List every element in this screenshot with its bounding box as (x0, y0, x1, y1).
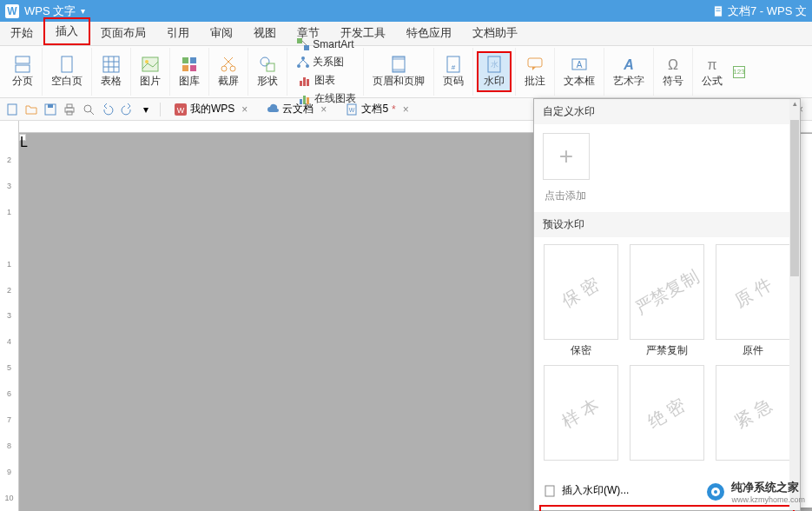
cloud-icon (267, 103, 279, 116)
svg-rect-3 (16, 56, 30, 63)
tab-insert[interactable]: 插入 (43, 17, 90, 45)
add-watermark-button[interactable]: + (543, 133, 590, 180)
brand-name: 纯净系统之家 (731, 480, 805, 495)
btn-symbol[interactable]: Ω 符号 (657, 53, 689, 90)
doctab-mywps[interactable]: W 我的WPS × (168, 102, 254, 116)
svg-rect-16 (190, 65, 196, 71)
btn-formula[interactable]: π 公式 (696, 53, 728, 90)
btn-relation[interactable]: 关系图 (293, 53, 357, 71)
btn-table[interactable]: 表格 (96, 53, 127, 90)
svg-marker-45 (532, 67, 536, 70)
panel-scrollbar[interactable]: ▴ (789, 99, 800, 510)
ruler-corner: L (19, 134, 26, 141)
image-icon (141, 55, 160, 74)
svg-point-27 (297, 64, 300, 68)
svg-point-28 (306, 64, 309, 68)
label: 批注 (525, 74, 545, 89)
ribbon: 分页 空白页 表格 图片 图库 截屏 形状 (0, 46, 812, 98)
svg-rect-31 (300, 81, 302, 86)
more-icon[interactable]: 123 (733, 66, 745, 78)
btn-header-footer[interactable]: 页眉和页脚 (367, 53, 430, 90)
tab-page-layout[interactable]: 页面布局 (90, 21, 156, 45)
label: 页码 (443, 74, 464, 89)
save-icon[interactable] (43, 103, 57, 116)
preset-yuanjian[interactable]: 原 件 原件 (714, 244, 793, 358)
print-preview-icon[interactable] (82, 103, 96, 116)
svg-text:A: A (577, 60, 583, 70)
dropdown-icon[interactable]: ▾ (139, 103, 153, 116)
open-icon[interactable] (24, 103, 38, 116)
btn-chart[interactable]: 图表 (294, 71, 360, 90)
btn-gallery[interactable]: 图库 (174, 53, 205, 90)
svg-rect-23 (297, 38, 302, 43)
symbol-icon: Ω (663, 55, 683, 74)
svg-text:Ω: Ω (668, 57, 678, 72)
btn-textbox[interactable]: A 文本框 (558, 53, 600, 90)
btn-smartart[interactable]: SmartArt (293, 36, 357, 53)
tab-review[interactable]: 审阅 (200, 21, 243, 45)
svg-rect-15 (182, 65, 188, 71)
btn-comment[interactable]: 批注 (519, 53, 551, 90)
btn-wordart[interactable]: A 艺术字 (608, 53, 650, 90)
svg-rect-13 (182, 57, 188, 63)
svg-point-57 (84, 105, 91, 112)
label: 表格 (101, 74, 122, 89)
close-icon[interactable]: × (403, 103, 409, 116)
svg-text:水: 水 (491, 60, 498, 69)
smartart-icon (296, 37, 310, 51)
label: 截屏 (218, 74, 239, 89)
comment-icon (525, 55, 545, 74)
tab-references[interactable]: 引用 (156, 21, 200, 45)
app-dropdown-icon[interactable]: ▾ (81, 6, 85, 16)
app-logo-icon: W (5, 4, 19, 18)
close-icon[interactable]: × (320, 103, 327, 116)
undo-icon[interactable] (101, 103, 115, 116)
scrollbar-thumb[interactable] (790, 120, 799, 276)
print-icon[interactable] (63, 103, 76, 116)
svg-rect-64 (545, 486, 554, 496)
svg-text:A: A (623, 57, 634, 72)
btn-blank-page[interactable]: 空白页 (46, 53, 88, 90)
btn-image[interactable]: 图片 (135, 53, 166, 90)
plus-icon: + (559, 143, 573, 170)
new-doc-icon[interactable] (5, 103, 19, 116)
svg-rect-5 (62, 56, 72, 72)
label: 文本框 (564, 74, 595, 89)
main-tabs: 开始 插入 页面布局 引用 审阅 视图 章节 开发工具 特色应用 文档助手 (0, 22, 812, 46)
svg-point-21 (261, 57, 269, 66)
watermark-icon: 水 (485, 55, 504, 74)
svg-point-17 (221, 66, 227, 71)
doctab-doc5[interactable]: W 文档5 * × (339, 102, 415, 116)
tab-special[interactable]: 特色应用 (396, 21, 462, 45)
label: 水印 (484, 74, 505, 89)
doctab-cloud[interactable]: 云文档 × (260, 102, 333, 116)
preset-jinji[interactable]: 紧 急 (714, 365, 793, 464)
titlebar: W WPS 文字 ▾ 文档7 - WPS 文 (0, 0, 812, 22)
preset-yangben[interactable]: 样 本 (541, 365, 620, 464)
svg-line-29 (299, 60, 303, 64)
svg-rect-53 (48, 104, 53, 108)
chart-icon (298, 74, 312, 88)
close-icon[interactable]: × (241, 103, 248, 116)
preset-yanjin[interactable]: 严禁复制 严禁复制 (627, 244, 706, 358)
table-icon (102, 55, 121, 74)
svg-point-18 (230, 66, 235, 71)
menu-remove-watermark[interactable]: 删除文档中的水印(R) (539, 505, 795, 511)
btn-watermark[interactable]: 水 水印 (477, 51, 512, 92)
btn-page-break[interactable]: 分页 (7, 53, 38, 90)
formula-icon: π (703, 55, 722, 74)
preset-juemi[interactable]: 绝 密 (627, 365, 706, 464)
btn-screenshot[interactable]: 截屏 (213, 53, 244, 90)
svg-text:π: π (707, 57, 716, 72)
tab-start[interactable]: 开始 (0, 21, 43, 45)
page-number-icon: # (444, 55, 463, 74)
add-watermark-label: 点击添加 (534, 189, 800, 212)
btn-page-number[interactable]: # 页码 (438, 53, 469, 90)
header-footer-icon (389, 55, 408, 74)
btn-shapes[interactable]: 形状 (252, 53, 283, 90)
redo-icon[interactable] (120, 103, 134, 116)
preset-baomi[interactable]: 保 密 保密 (541, 244, 620, 358)
svg-line-30 (303, 60, 307, 64)
tab-doc-assistant[interactable]: 文档助手 (462, 21, 528, 45)
tab-view[interactable]: 视图 (243, 21, 287, 45)
